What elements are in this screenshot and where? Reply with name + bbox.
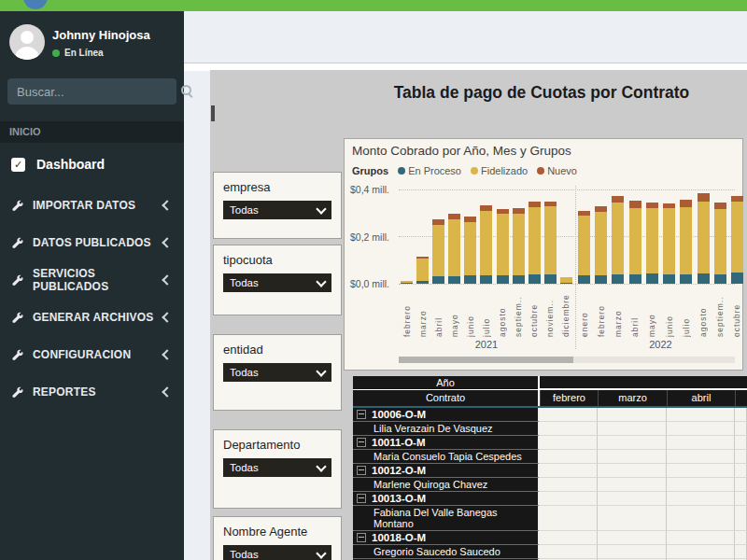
bar-segment-fidelizado[interactable]	[464, 222, 476, 275]
bar-2022-marzo[interactable]	[612, 189, 624, 284]
contract-row-header[interactable]: 10006-O-M	[353, 408, 540, 422]
bar-2022-octubre[interactable]	[731, 189, 743, 284]
collapse-minus-icon[interactable]	[357, 494, 366, 503]
bar-2021-septiem-[interactable]	[513, 189, 525, 284]
bar-segment-fidelizado[interactable]	[680, 207, 692, 274]
bar-segment-fidelizado[interactable]	[497, 214, 509, 275]
contract-row-header[interactable]: 10011-O-M	[353, 436, 540, 450]
collapse-minus-icon[interactable]	[357, 533, 366, 542]
data-cell[interactable]	[598, 436, 667, 450]
bar-segment-en-proceso[interactable]	[480, 275, 492, 284]
bar-segment-en-proceso[interactable]	[629, 274, 641, 284]
bar-2021-noviem-[interactable]	[544, 189, 557, 284]
contract-row-header[interactable]: 10013-O-M	[353, 492, 540, 506]
sidebar-item-generar-archivos[interactable]: GENERAR ARCHIVOS	[0, 299, 184, 336]
sidebar-item-reportes[interactable]: REPORTES	[0, 373, 184, 411]
legend-item-fidelizado[interactable]: Fidelizado	[471, 165, 528, 176]
bar-2022-abril[interactable]	[629, 189, 641, 284]
data-cell[interactable]	[540, 464, 598, 478]
collapse-minus-icon[interactable]	[357, 410, 366, 419]
data-cell[interactable]	[735, 436, 747, 450]
bar-2022-mayo[interactable]	[646, 189, 658, 284]
bar-segment-nuevo[interactable]	[612, 196, 624, 203]
data-cell[interactable]	[540, 545, 598, 559]
bar-2022-julio[interactable]	[680, 189, 692, 284]
sidebar-item-dashboard[interactable]: ✓ Dashboard	[0, 147, 184, 181]
sidebar-item-datos-publicados[interactable]: DATOS PUBLICADOS	[0, 224, 184, 261]
bar-segment-nuevo[interactable]	[629, 201, 641, 208]
bar-2021-mayo[interactable]	[448, 189, 460, 284]
bar-segment-en-proceso[interactable]	[529, 274, 541, 284]
data-cell[interactable]	[667, 422, 735, 436]
bar-segment-en-proceso[interactable]	[646, 273, 658, 284]
bar-segment-fidelizado[interactable]	[714, 209, 726, 274]
filter-dropdown-empresa[interactable]: Todas	[223, 201, 331, 219]
data-cell[interactable]	[598, 450, 667, 464]
bar-segment-en-proceso[interactable]	[416, 281, 429, 284]
data-cell[interactable]	[667, 408, 735, 422]
bar-segment-fidelizado[interactable]	[544, 206, 557, 274]
bar-segment-fidelizado[interactable]	[646, 208, 658, 273]
bar-segment-fidelizado[interactable]	[595, 212, 607, 275]
data-cell[interactable]	[735, 422, 747, 436]
bar-2022-junio[interactable]	[663, 189, 675, 284]
data-cell[interactable]	[667, 506, 735, 531]
contract-row-header[interactable]: 10018-O-M	[353, 531, 540, 545]
data-cell[interactable]	[540, 531, 598, 545]
data-cell[interactable]	[667, 464, 735, 478]
bar-segment-en-proceso[interactable]	[612, 274, 624, 284]
data-cell[interactable]	[540, 408, 598, 422]
data-cell[interactable]	[735, 408, 747, 422]
bar-segment-en-proceso[interactable]	[401, 283, 413, 284]
chart-hscroll-thumb[interactable]	[399, 357, 573, 363]
data-cell[interactable]	[667, 478, 735, 492]
data-cell[interactable]	[540, 436, 598, 450]
chart-hscroll-track[interactable]	[399, 357, 735, 363]
bar-2021-agosto[interactable]	[497, 189, 509, 284]
bar-2021-julio[interactable]	[480, 189, 492, 284]
bar-segment-fidelizado[interactable]	[480, 211, 492, 275]
bar-segment-fidelizado[interactable]	[731, 202, 743, 273]
bar-segment-fidelizado[interactable]	[513, 214, 525, 275]
data-cell[interactable]	[735, 545, 747, 559]
data-cell[interactable]	[667, 450, 735, 464]
bar-2021-marzo[interactable]	[416, 189, 429, 284]
bar-2021-abril[interactable]	[432, 189, 444, 284]
filter-dropdown-tipocuota[interactable]: Todas	[223, 273, 331, 292]
data-cell[interactable]	[735, 492, 747, 506]
data-cell[interactable]	[598, 464, 667, 478]
filter-dropdown-entidad[interactable]: Todas	[223, 363, 331, 382]
bar-segment-en-proceso[interactable]	[714, 274, 726, 284]
bar-segment-fidelizado[interactable]	[432, 225, 444, 276]
bar-2021-junio[interactable]	[464, 189, 476, 284]
bar-segment-fidelizado[interactable]	[416, 259, 429, 281]
bar-segment-fidelizado[interactable]	[698, 202, 710, 273]
data-cell[interactable]	[735, 531, 747, 545]
bar-segment-en-proceso[interactable]	[497, 275, 509, 284]
data-cell[interactable]	[667, 545, 735, 559]
bar-2022-agosto[interactable]	[698, 189, 710, 284]
data-cell[interactable]	[735, 478, 747, 492]
sidebar-item-servicios-publicados[interactable]: SERVICIOS PUBLICADOS	[0, 261, 184, 299]
bar-segment-fidelizado[interactable]	[663, 208, 675, 274]
data-cell[interactable]	[540, 450, 598, 464]
sidebar-item-configuracion[interactable]: CONFIGURACION	[0, 336, 184, 373]
bar-segment-fidelizado[interactable]	[448, 219, 460, 276]
bar-segment-en-proceso[interactable]	[560, 283, 572, 284]
data-cell[interactable]	[735, 450, 747, 464]
data-cell[interactable]	[598, 478, 667, 492]
bar-segment-en-proceso[interactable]	[595, 275, 607, 284]
filter-dropdown-departamento[interactable]: Todas	[223, 458, 331, 477]
data-cell[interactable]	[598, 506, 667, 531]
contract-row-header[interactable]: 10012-O-M	[353, 464, 540, 478]
filter-dropdown-nombre-agente[interactable]: Todas	[223, 545, 331, 560]
bar-segment-nuevo[interactable]	[680, 200, 692, 207]
bar-segment-fidelizado[interactable]	[612, 203, 624, 274]
bar-2021-febrero[interactable]	[401, 189, 413, 284]
bar-segment-nuevo[interactable]	[698, 193, 710, 202]
bar-2022-enero[interactable]	[578, 189, 590, 284]
data-cell[interactable]	[667, 436, 735, 450]
bar-segment-fidelizado[interactable]	[578, 216, 590, 275]
sidebar-item-importar-datos[interactable]: IMPORTAR DATOS	[0, 187, 184, 224]
data-cell[interactable]	[598, 422, 667, 436]
